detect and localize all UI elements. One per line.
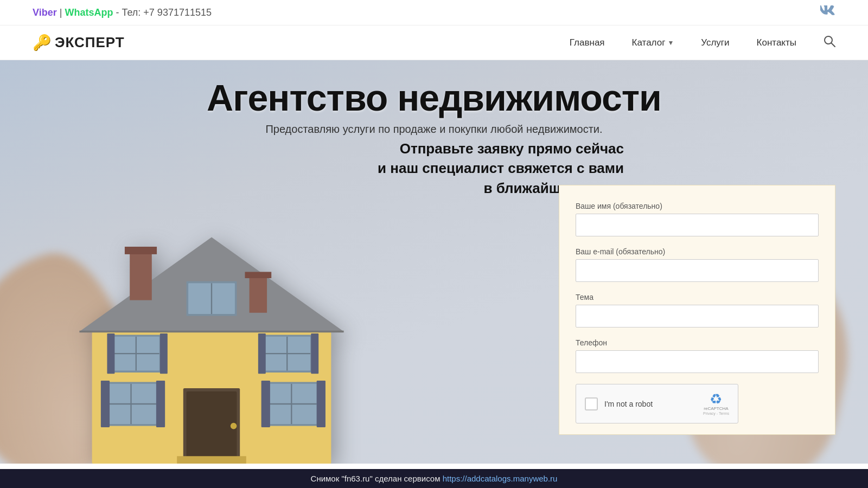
email-input[interactable]: [576, 259, 819, 282]
recaptcha-widget[interactable]: I'm not a robot ♻ reCAPTCHA Privacy - Te…: [576, 384, 738, 423]
svg-point-11: [231, 423, 237, 429]
hero-main-title: Агентство недвижимости: [0, 76, 868, 119]
search-icon[interactable]: [824, 35, 835, 50]
recaptcha-privacy-text: Privacy - Terms: [703, 412, 729, 415]
header: 🔑 ЭКСПЕРТ Главная Каталог ▼ Услуги Конта…: [0, 25, 868, 60]
bottom-bar-link[interactable]: https://addcatalogs.manyweb.ru: [443, 474, 558, 483]
svg-rect-16: [101, 381, 110, 427]
svg-line-1: [832, 43, 835, 47]
hero-section: Агентство недвижимости Предоставляю услу…: [0, 60, 868, 464]
recaptcha-label: I'm not a robot: [604, 400, 697, 408]
svg-rect-10: [187, 391, 237, 461]
nav-item-catalog[interactable]: Каталог ▼: [632, 37, 674, 48]
logo-key-icon: 🔑: [33, 34, 52, 52]
contact-info: Viber | WhatsApp - Тел: +7 9371711515: [33, 7, 212, 18]
vk-icon[interactable]: [820, 5, 835, 20]
svg-rect-7: [250, 275, 267, 313]
phone-field-group: Телефон: [576, 338, 819, 373]
svg-rect-29: [160, 333, 168, 374]
recaptcha-brand-text: reCAPTCHA: [704, 406, 728, 412]
nav-item-contacts[interactable]: Контакты: [757, 37, 796, 48]
top-bar: Viber | WhatsApp - Тел: +7 9371711515: [0, 0, 868, 25]
email-field-group: Ваш e-mail (обязательно): [576, 247, 819, 282]
logo-text: ЭКСПЕРТ: [55, 34, 125, 51]
name-field-group: Ваше имя (обязательно): [576, 202, 819, 236]
subject-field-group: Тема: [576, 293, 819, 328]
bottom-bar: Снимок "fn63.ru" сделан сервисом https:/…: [0, 469, 868, 488]
email-label: Ваш e-mail (обязательно): [576, 247, 819, 256]
svg-rect-17: [156, 381, 165, 427]
svg-rect-22: [261, 381, 270, 427]
svg-rect-39: [177, 456, 246, 464]
recaptcha-logo: ♻ reCAPTCHA Privacy - Terms: [703, 392, 729, 415]
logo[interactable]: 🔑 ЭКСПЕРТ: [33, 34, 125, 52]
svg-rect-6: [125, 247, 157, 254]
svg-rect-23: [317, 381, 326, 427]
svg-rect-8: [245, 272, 271, 278]
recaptcha-checkbox[interactable]: [585, 397, 598, 410]
name-label: Ваше имя (обязательно): [576, 202, 819, 210]
svg-rect-35: [311, 333, 318, 374]
recaptcha-swirl-icon: ♻: [710, 392, 722, 406]
subject-label: Тема: [576, 293, 819, 301]
hero-title-area: Агентство недвижимости Предоставляю услу…: [0, 76, 868, 136]
bottom-bar-text: Снимок "fn63.ru" сделан сервисом https:/…: [311, 474, 558, 483]
separator: |: [60, 7, 65, 18]
chevron-down-icon: ▼: [667, 39, 674, 47]
svg-rect-34: [258, 333, 266, 374]
svg-rect-5: [130, 250, 152, 300]
svg-rect-28: [107, 333, 114, 374]
name-input[interactable]: [576, 214, 819, 236]
hero-subtitle: Предоставляю услуги по продаже и покупки…: [0, 123, 868, 136]
phone-label: Телефон: [576, 338, 819, 347]
whatsapp-link[interactable]: WhatsApp: [65, 7, 113, 18]
contact-form: Ваше имя (обязательно) Ваш e-mail (обяза…: [559, 185, 835, 435]
phone-text: - Тел: +7 9371711515: [116, 7, 212, 18]
viber-link[interactable]: Viber: [33, 7, 57, 18]
subject-input[interactable]: [576, 305, 819, 328]
main-nav: Главная Каталог ▼ Услуги Контакты: [570, 35, 835, 50]
nav-item-services[interactable]: Услуги: [701, 37, 729, 48]
nav-item-main[interactable]: Главная: [570, 37, 605, 48]
phone-input[interactable]: [576, 350, 819, 373]
